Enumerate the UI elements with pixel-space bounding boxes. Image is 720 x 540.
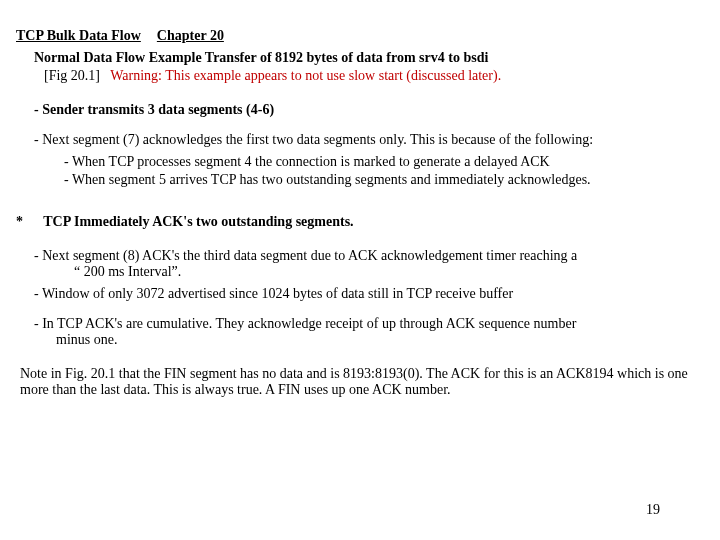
slide-page: TCP Bulk Data FlowChapter 20 Normal Data… <box>0 0 720 414</box>
title-chapter: Chapter 20 <box>157 28 224 43</box>
page-title: TCP Bulk Data FlowChapter 20 <box>16 28 704 44</box>
seg7-line: - Next segment (7) acknowledges the firs… <box>34 132 704 148</box>
warning-text: Warning: This example appears to not use… <box>110 68 501 83</box>
footer-note: Note in Fig. 20.1 that the FIN segment h… <box>20 366 700 398</box>
seg7-sub2: - When segment 5 arrives TCP has two out… <box>76 172 704 188</box>
seg8-line: - Next segment (8) ACK's the third data … <box>34 248 704 280</box>
page-number: 19 <box>646 502 660 518</box>
cumulative-line: - In TCP ACK's are cumulative. They ackn… <box>34 316 704 348</box>
subtitle: Normal Data Flow Example Transfer of 819… <box>34 50 704 66</box>
seg7-sub1: - When TCP processes segment 4 the conne… <box>76 154 704 170</box>
star-text: TCP Immediately ACK's two outstanding se… <box>43 214 353 229</box>
title-main: TCP Bulk Data Flow <box>16 28 141 43</box>
seg8-b: “ 200 ms Interval”. <box>74 264 704 280</box>
star-line: * TCP Immediately ACK's two outstanding … <box>16 214 704 230</box>
fig-warning-line: [Fig 20.1] Warning: This example appears… <box>44 68 704 84</box>
section-sender-transmits: - Sender transmits 3 data segments (4-6) <box>34 102 704 118</box>
star-mark: * <box>16 214 40 230</box>
seg8-a: - Next segment (8) ACK's the third data … <box>34 248 577 263</box>
window-line: - Window of only 3072 advertised since 1… <box>34 286 704 302</box>
cumulative-a: - In TCP ACK's are cumulative. They ackn… <box>34 316 576 331</box>
fig-ref: [Fig 20.1] <box>44 68 100 83</box>
cumulative-b: minus one. <box>56 332 704 348</box>
